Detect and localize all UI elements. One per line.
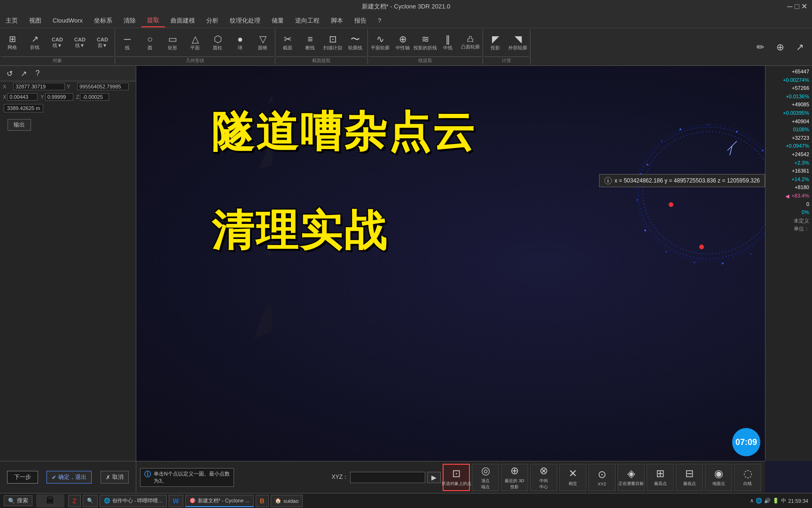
- y-input[interactable]: [77, 83, 129, 90]
- tool-plane[interactable]: △平面: [184, 31, 206, 55]
- snap-ground[interactable]: ◉ 地面点: [705, 464, 732, 491]
- menu-help[interactable]: ?: [372, 15, 387, 26]
- viewport[interactable]: 隧道嘈杂点云 清理实战: [136, 66, 812, 461]
- y2-input[interactable]: [45, 93, 73, 101]
- output-button[interactable]: 输出: [8, 119, 31, 131]
- tool-cad-circle[interactable]: CAD线▼: [69, 31, 91, 55]
- search-bar[interactable]: 🔍 搜索: [4, 495, 32, 506]
- tool-cad-line[interactable]: CAD线▼: [46, 31, 69, 55]
- snap-nearest-3d[interactable]: ⊕ 最近的 3D投影: [501, 464, 528, 491]
- menu-script[interactable]: 脚本: [325, 15, 349, 27]
- tool-break[interactable]: ≡断线: [299, 31, 321, 55]
- tool-circle[interactable]: ○圆: [139, 31, 161, 55]
- info-panel: ⓘ 单击N个点以定义一圆。最小点数为3。: [140, 468, 234, 487]
- taskbar-browser[interactable]: 🌐 创作中心 - 哔哩哔哩...: [100, 495, 167, 507]
- snap-midpoint[interactable]: ⊗ 中间中心: [530, 464, 557, 491]
- svg-point-4: [638, 127, 779, 259]
- tool-center-line[interactable]: ‖中线: [437, 31, 459, 55]
- menu-cloudworx[interactable]: CloudWorx: [47, 15, 88, 26]
- svg-point-8: [661, 141, 663, 142]
- bilibili-icon: Z: [72, 497, 77, 505]
- snap-highest[interactable]: ⊞ 最高点: [647, 464, 674, 491]
- menu-clean[interactable]: 清除: [118, 15, 141, 27]
- scale-23: +2.3%: [795, 159, 810, 167]
- x2-input[interactable]: [7, 93, 38, 101]
- cancel-button[interactable]: ✗ 取消: [101, 471, 129, 484]
- tool-arrow[interactable]: ↗: [791, 35, 808, 59]
- tool-ext-contour[interactable]: ◥外部轮廓: [507, 31, 529, 55]
- scale-834-row: ◄ +83.4%: [784, 192, 809, 200]
- panel-reset-icon[interactable]: ↺: [4, 68, 15, 79]
- svg-point-23: [669, 202, 673, 207]
- snap-nearest-label: 最近的 3D投影: [505, 478, 524, 490]
- tool-projection[interactable]: ◤投影: [484, 31, 507, 55]
- scale-24542: +24542: [792, 151, 809, 159]
- x-input[interactable]: [13, 83, 65, 90]
- snap-lowest[interactable]: ⊟ 最低点: [676, 464, 703, 491]
- menu-surface[interactable]: 曲面建模: [165, 15, 201, 27]
- menu-home[interactable]: 主页: [0, 15, 23, 27]
- tool-grid[interactable]: ⊞网格: [1, 31, 23, 55]
- xyz-input[interactable]: [350, 472, 425, 483]
- panel-help-icon[interactable]: ?: [32, 68, 43, 79]
- snap-intersect-icon: ✕: [569, 468, 577, 480]
- tool-line[interactable]: ─线: [116, 31, 139, 55]
- menu-extract[interactable]: 提取: [141, 14, 165, 27]
- svg-point-5: [643, 132, 774, 254]
- tool-proj-polyline[interactable]: ≋投影的折线: [414, 31, 437, 55]
- menu-view[interactable]: 视图: [23, 15, 47, 27]
- tool-scan-plan[interactable]: ⊡扫描计划: [321, 31, 344, 55]
- confirm-button[interactable]: ✔ 确定，退出: [47, 471, 92, 484]
- tool-pen[interactable]: ✏: [752, 35, 769, 59]
- tool-cylinder[interactable]: ⬡圆柱: [206, 31, 229, 55]
- scale-0108: 0108%: [793, 126, 809, 134]
- svg-point-17: [722, 262, 724, 264]
- taskbar-word[interactable]: W: [169, 495, 183, 507]
- tooltip-info-icon: ℹ: [604, 177, 612, 184]
- ime-indicator[interactable]: 中: [781, 497, 786, 504]
- tool-neutral-axis[interactable]: ⊕中性轴: [391, 31, 414, 55]
- snap-measuring-target[interactable]: ◈ 正在测量目标: [617, 464, 645, 491]
- tool-contour[interactable]: 〜轮廓线: [344, 31, 367, 55]
- panel-export-icon[interactable]: ↗: [18, 68, 29, 79]
- suidao-label: suidao: [283, 498, 298, 504]
- z2-cell: Z: [76, 93, 109, 101]
- close-button[interactable]: ─ □ ✕: [787, 2, 807, 11]
- tool-section[interactable]: ✂截面: [276, 31, 299, 55]
- output-row: 输出: [0, 114, 136, 135]
- tool-target[interactable]: ⊕: [772, 35, 789, 59]
- coord-tooltip: ℹ x = 503424862.186 y = 4895725503.836 z…: [599, 174, 765, 187]
- menu-reverse[interactable]: 逆向工程: [289, 15, 325, 27]
- snap-selected-points[interactable]: ⊡ 所选对象上的点: [443, 464, 470, 491]
- tool-sphere[interactable]: ●球: [229, 31, 251, 55]
- tool-rect[interactable]: ▭矩形: [161, 31, 184, 55]
- xyz-go-button[interactable]: ▶: [427, 472, 441, 483]
- taskbar-cyclone[interactable]: 🎯 新建文档* - Cyclone ...: [185, 495, 254, 507]
- taskbar-suidao[interactable]: 🏠 suidao: [271, 495, 303, 507]
- taskbar-search-app[interactable]: 🔍: [83, 495, 98, 507]
- menu-report[interactable]: 报告: [349, 15, 372, 27]
- tool-cad-face[interactable]: CAD面▼: [91, 31, 114, 55]
- overlay-subtitle: 清理实战: [211, 202, 388, 260]
- tool-plane-contour[interactable]: ∿平面轮廓: [369, 31, 391, 55]
- confirm-label: 确定，退出: [58, 473, 86, 481]
- snap-vertex[interactable]: ◎ 顶点端点: [472, 464, 499, 491]
- tray-up-arrow[interactable]: ∧: [750, 498, 754, 504]
- y-label: Y: [67, 84, 75, 89]
- tool-polyline[interactable]: ↗折线: [23, 31, 46, 55]
- menu-texture[interactable]: 纹理化处理: [224, 15, 266, 27]
- z2-input[interactable]: [80, 93, 109, 101]
- tool-cone[interactable]: ▽圆锥: [251, 31, 274, 55]
- snap-intersect[interactable]: ✕ 相交: [559, 464, 586, 491]
- cancel-label: 取消: [112, 473, 124, 481]
- menu-coords[interactable]: 坐标系: [88, 15, 118, 27]
- taskbar-orange[interactable]: B: [256, 495, 269, 507]
- menu-storage[interactable]: 储量: [266, 15, 289, 27]
- tool-convex-contour[interactable]: 凸凸面轮廓: [459, 31, 482, 55]
- snap-white-line[interactable]: ◌ 白线: [734, 464, 761, 491]
- taskbar-bilibili-app[interactable]: Z: [68, 495, 81, 507]
- next-step-button[interactable]: 下一步: [7, 471, 38, 484]
- snap-xyz[interactable]: ⊙ XYZ: [588, 464, 616, 491]
- menu-analysis[interactable]: 分析: [201, 15, 224, 27]
- scale-0: 0: [806, 200, 809, 209]
